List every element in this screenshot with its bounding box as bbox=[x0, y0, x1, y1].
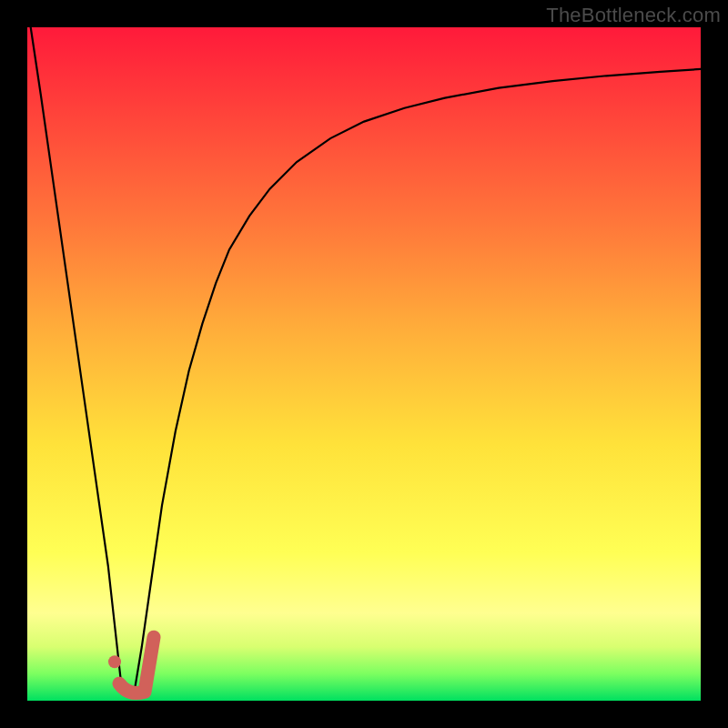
curve-left-branch bbox=[31, 27, 122, 687]
watermark-text: TheBottleneck.com bbox=[546, 4, 721, 27]
marker-dot-icon bbox=[108, 655, 121, 668]
chart-frame: TheBottleneck.com bbox=[0, 0, 728, 728]
selected-point-marker bbox=[108, 637, 154, 693]
chart-svg bbox=[27, 27, 701, 701]
marker-check-icon bbox=[119, 637, 154, 693]
curve-right-branch bbox=[135, 69, 701, 687]
